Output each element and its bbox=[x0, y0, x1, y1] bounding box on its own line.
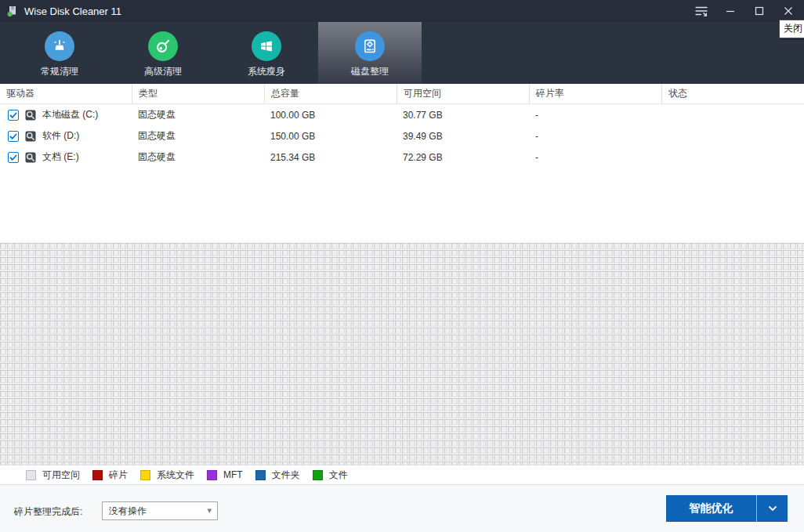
close-button[interactable] bbox=[773, 0, 802, 22]
system-files-swatch bbox=[140, 470, 150, 480]
drive-name: 文档 (E:) bbox=[42, 150, 79, 164]
mft-swatch bbox=[207, 470, 217, 480]
close-tooltip: 关闭 bbox=[779, 20, 804, 38]
drive-checkbox[interactable] bbox=[8, 110, 19, 121]
smart-optimize-button[interactable]: 智能优化 bbox=[666, 495, 757, 522]
legend-label: 系统文件 bbox=[157, 469, 194, 482]
legend-label: 文件 bbox=[329, 469, 348, 482]
maximize-icon bbox=[755, 6, 764, 16]
menu-button[interactable] bbox=[686, 0, 715, 22]
column-header-free[interactable]: 可用空间 bbox=[397, 84, 529, 103]
legend-item-fragments: 碎片 bbox=[92, 469, 128, 482]
table-row[interactable]: 文档 (E:) 固态硬盘 215.34 GB 72.29 GB - bbox=[0, 147, 804, 168]
column-header-total[interactable]: 总容量 bbox=[264, 84, 397, 103]
minimize-icon bbox=[726, 6, 735, 16]
window-title: Wise Disk Cleaner 11 bbox=[24, 5, 121, 17]
table-header: 驱动器 类型 总容量 可用空间 碎片率 状态 bbox=[0, 84, 804, 104]
drive-total: 215.34 GB bbox=[264, 152, 397, 163]
legend-label: 可用空间 bbox=[42, 469, 80, 482]
drive-total: 150.00 GB bbox=[264, 131, 397, 142]
drive-name: 本地磁盘 (C:) bbox=[42, 108, 98, 121]
legend-label: MFT bbox=[223, 469, 243, 480]
fragments-swatch bbox=[92, 470, 103, 480]
disk-defrag-icon bbox=[355, 31, 385, 61]
legend-item-files: 文件 bbox=[313, 469, 348, 482]
legend-item-mft: MFT bbox=[207, 469, 243, 480]
free-space-swatch bbox=[26, 470, 36, 480]
column-header-fragmentation[interactable]: 碎片率 bbox=[529, 84, 661, 103]
hard-drive-icon bbox=[24, 130, 37, 143]
legend-label: 碎片 bbox=[109, 469, 128, 482]
main-menu-icon bbox=[694, 5, 708, 17]
after-defrag-select[interactable]: 没有操作 ▾ bbox=[102, 501, 218, 520]
tab-disk-defrag[interactable]: 磁盘整理 bbox=[318, 22, 422, 84]
check-icon bbox=[9, 112, 17, 118]
drive-fragmentation: - bbox=[529, 152, 661, 163]
maximize-button[interactable] bbox=[744, 0, 773, 22]
legend-item-free-space: 可用空间 bbox=[26, 469, 80, 482]
windows-logo-icon bbox=[252, 31, 281, 61]
drive-type: 固态硬盘 bbox=[132, 129, 264, 143]
hard-drive-icon bbox=[24, 151, 37, 164]
legend-label: 文件夹 bbox=[272, 469, 300, 482]
drive-type: 固态硬盘 bbox=[132, 108, 264, 121]
check-icon bbox=[9, 133, 17, 139]
deep-clean-icon bbox=[148, 31, 178, 61]
close-icon bbox=[784, 6, 793, 16]
drive-fragmentation: - bbox=[529, 131, 661, 142]
column-header-type[interactable]: 类型 bbox=[132, 84, 264, 103]
check-icon bbox=[9, 154, 17, 161]
drive-name: 软件 (D:) bbox=[42, 129, 79, 143]
titlebar: Wise Disk Cleaner 11 bbox=[0, 0, 804, 22]
drive-checkbox[interactable] bbox=[8, 131, 19, 142]
drive-free: 30.77 GB bbox=[397, 110, 529, 121]
legend-item-folders: 文件夹 bbox=[255, 469, 300, 482]
after-defrag-label: 碎片整理完成后: bbox=[14, 505, 82, 519]
window-controls bbox=[686, 0, 802, 22]
drive-checkbox[interactable] bbox=[8, 152, 19, 163]
tab-common-clean[interactable]: 常规清理 bbox=[8, 22, 111, 84]
drive-free: 39.49 GB bbox=[397, 131, 529, 142]
titlebar-left: Wise Disk Cleaner 11 bbox=[0, 5, 121, 17]
optimize-dropdown-button[interactable] bbox=[757, 495, 788, 522]
tab-advanced-clean[interactable]: 高级清理 bbox=[111, 22, 215, 84]
drive-table: 驱动器 类型 总容量 可用空间 碎片率 状态 本地磁盘 (C:) 固态硬盘 10… bbox=[0, 84, 804, 168]
tab-label: 常规清理 bbox=[41, 65, 78, 78]
tab-system-slim[interactable]: 系统瘦身 bbox=[215, 22, 318, 84]
tab-label: 系统瘦身 bbox=[248, 65, 285, 78]
after-defrag-selected-value: 没有操作 bbox=[109, 505, 147, 518]
folders-swatch bbox=[255, 470, 266, 480]
column-header-status[interactable]: 状态 bbox=[661, 84, 804, 103]
main-nav: 常规清理 高级清理 系统瘦身 bbox=[0, 22, 804, 84]
minimize-button[interactable] bbox=[715, 0, 744, 22]
smart-optimize-split-button: 智能优化 bbox=[666, 495, 788, 522]
drive-total: 100.00 GB bbox=[264, 110, 397, 121]
select-caret-icon: ▾ bbox=[207, 505, 212, 516]
app-logo-icon bbox=[6, 5, 19, 17]
block-legend: 可用空间 碎片 系统文件 MFT 文件夹 文件 bbox=[0, 465, 804, 485]
legend-item-system-files: 系统文件 bbox=[140, 469, 194, 482]
footer-bar: 碎片整理完成后: 没有操作 ▾ 智能优化 bbox=[0, 485, 804, 532]
hard-drive-icon bbox=[24, 109, 37, 121]
broom-icon bbox=[45, 31, 74, 61]
drive-fragmentation: - bbox=[529, 110, 661, 121]
drive-free: 72.29 GB bbox=[397, 152, 529, 163]
chevron-down-icon bbox=[768, 505, 777, 512]
column-header-drive[interactable]: 驱动器 bbox=[0, 84, 132, 103]
table-row[interactable]: 本地磁盘 (C:) 固态硬盘 100.00 GB 30.77 GB - bbox=[0, 104, 804, 125]
files-swatch bbox=[313, 470, 323, 480]
tab-label: 高级清理 bbox=[144, 65, 182, 78]
disk-block-map bbox=[0, 243, 804, 465]
tab-label: 磁盘整理 bbox=[351, 65, 389, 78]
table-row[interactable]: 软件 (D:) 固态硬盘 150.00 GB 39.49 GB - bbox=[0, 125, 804, 147]
drive-type: 固态硬盘 bbox=[132, 150, 264, 164]
